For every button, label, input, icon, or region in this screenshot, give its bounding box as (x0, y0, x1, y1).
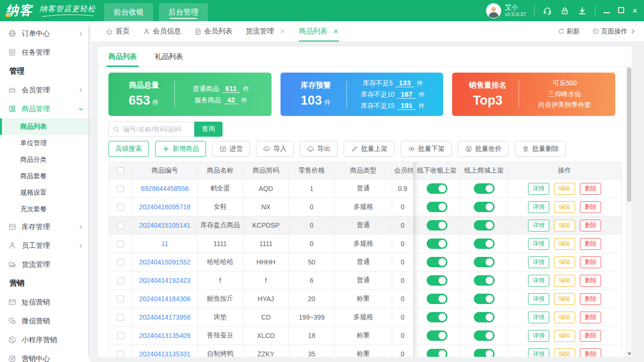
vertical-scrollbar[interactable] (626, 67, 632, 357)
page-tab[interactable]: 会员列表 (194, 21, 232, 41)
sidebar-item[interactable]: 营销中心 (0, 349, 91, 362)
card-line-value[interactable]: 167 (397, 90, 416, 99)
product-id-link[interactable]: 20240415091552 (139, 258, 190, 266)
detail-button[interactable]: 详情 (528, 238, 549, 250)
lock-icon[interactable] (560, 6, 570, 16)
online-shelf-toggle[interactable] (474, 275, 495, 286)
close-button[interactable]: × (632, 6, 637, 15)
row-checkbox[interactable] (117, 277, 124, 284)
sidebar-subitem[interactable]: 单位管理 (0, 135, 91, 151)
offline-shelf-toggle[interactable] (427, 183, 447, 194)
content-tab[interactable]: 礼品列表 (155, 52, 183, 66)
edit-button[interactable]: 编辑 (554, 256, 575, 268)
online-shelf-toggle[interactable] (474, 312, 495, 322)
delete-button[interactable]: 删除 (580, 220, 601, 231)
product-id-link[interactable]: 20240413135331 (139, 350, 190, 357)
delete-button[interactable]: 删除 (580, 348, 601, 357)
offline-shelf-toggle[interactable] (427, 330, 447, 341)
edit-button[interactable]: 编辑 (554, 220, 575, 231)
card-line-value[interactable]: 611 (222, 84, 240, 93)
delete-button[interactable]: 删除 (580, 330, 601, 342)
online-shelf-toggle[interactable] (474, 257, 495, 267)
online-shelf-toggle[interactable] (474, 349, 495, 357)
page-tab[interactable]: 会员信息 (143, 21, 181, 41)
detail-button[interactable]: 详情 (528, 201, 549, 213)
row-checkbox[interactable] (117, 332, 124, 339)
offline-shelf-toggle[interactable] (427, 257, 447, 267)
product-id-link[interactable]: 20240414192423 (139, 277, 190, 284)
batch-on-shelf-button[interactable]: 批量上架 (344, 141, 395, 157)
detail-button[interactable]: 详情 (528, 220, 549, 231)
offline-shelf-toggle[interactable] (427, 294, 447, 304)
user-info[interactable]: 艾小 v2.0.0.37 (486, 3, 526, 18)
search-input[interactable] (108, 122, 194, 137)
sidebar-item[interactable]: 订单中心 (0, 24, 91, 43)
scrollbar-down-arrow[interactable] (627, 353, 631, 355)
detail-button[interactable]: 详情 (528, 312, 549, 323)
sidebar-subitem[interactable]: 商品套餐 (0, 168, 91, 184)
offline-shelf-toggle[interactable] (427, 202, 447, 212)
offline-shelf-toggle[interactable] (427, 220, 447, 230)
page-tab[interactable]: 商品列表 (299, 21, 339, 41)
row-checkbox[interactable] (117, 259, 124, 266)
sidebar-item[interactable]: 微信营销 (0, 312, 91, 330)
offline-shelf-toggle[interactable] (427, 239, 447, 249)
export-button[interactable]: 导出 (300, 141, 338, 157)
detail-button[interactable]: 详情 (528, 293, 549, 305)
sidebar-subitem[interactable]: 充次套餐 (0, 201, 91, 217)
detail-button[interactable]: 详情 (528, 256, 549, 268)
detail-button[interactable]: 详情 (528, 275, 549, 287)
page-ops-button[interactable]: 页面操作 (592, 27, 636, 36)
delete-button[interactable]: 删除 (580, 183, 601, 195)
batch-delete-button[interactable]: 批量删除 (515, 141, 566, 157)
page-tab[interactable]: 货流管理 (246, 21, 286, 41)
sidebar-item[interactable]: 商品管理 (0, 99, 91, 118)
sidebar-subitem[interactable]: 商品分类 (0, 151, 91, 168)
sidebar-subitem[interactable]: 规格设置 (0, 184, 91, 201)
row-checkbox[interactable] (117, 351, 124, 357)
minimize-button[interactable] (603, 7, 610, 15)
edit-button[interactable]: 编辑 (554, 330, 575, 342)
advanced-search-button[interactable]: 高级搜索 (108, 141, 149, 157)
batch-off-shelf-button[interactable]: 批量下架 (401, 141, 452, 157)
delete-button[interactable]: 删除 (580, 275, 601, 287)
product-id-link[interactable]: 11 (161, 240, 168, 247)
row-checkbox[interactable] (117, 296, 124, 303)
product-id-link[interactable]: 20240414184306 (139, 295, 190, 303)
delete-button[interactable]: 删除 (580, 312, 601, 323)
sidebar-item[interactable]: 库存管理 (0, 217, 91, 236)
sidebar-item[interactable]: 员工管理 (0, 236, 91, 255)
content-tab[interactable]: 商品列表 (108, 52, 137, 66)
add-product-button[interactable]: 新增商品 (155, 141, 206, 157)
sidebar-scrollbar-thumb[interactable] (88, 25, 90, 357)
row-checkbox[interactable] (117, 185, 124, 192)
sidebar-subitem[interactable]: 商品列表 (0, 118, 91, 135)
product-id-link[interactable]: 6928844458556 (141, 185, 189, 192)
online-shelf-toggle[interactable] (474, 220, 495, 230)
edit-button[interactable]: 编辑 (554, 201, 575, 213)
import-button[interactable]: 导入 (256, 141, 294, 157)
edit-button[interactable]: 编辑 (554, 293, 575, 305)
topnav-admin-button[interactable]: 后台管理 (159, 3, 208, 21)
online-shelf-toggle[interactable] (474, 294, 495, 304)
row-checkbox[interactable] (117, 222, 124, 229)
row-checkbox[interactable] (117, 314, 124, 321)
offline-shelf-toggle[interactable] (427, 275, 447, 286)
edit-button[interactable]: 编辑 (554, 238, 575, 250)
sidebar-item[interactable]: 货流管理 (0, 255, 91, 274)
batch-reprice-button[interactable]: 批量改价 (458, 141, 509, 157)
card-line-value[interactable]: 191 (397, 101, 416, 110)
detail-button[interactable]: 详情 (528, 348, 549, 357)
topnav-cashier-button[interactable]: 前台收银 (104, 3, 153, 21)
edit-button[interactable]: 编辑 (554, 275, 575, 287)
detail-button[interactable]: 详情 (528, 183, 549, 195)
stock-in-button[interactable]: 进货 (212, 141, 250, 157)
product-id-link[interactable]: 20240414173958 (139, 313, 190, 321)
edit-button[interactable]: 编辑 (554, 348, 575, 357)
sidebar-item[interactable]: 小程序营销 (0, 330, 91, 349)
offline-shelf-toggle[interactable] (427, 349, 447, 357)
sidebar-item[interactable]: 任务管理 (0, 43, 91, 62)
maximize-button[interactable] (618, 7, 624, 15)
online-shelf-toggle[interactable] (474, 183, 495, 194)
edit-button[interactable]: 编辑 (554, 183, 575, 195)
